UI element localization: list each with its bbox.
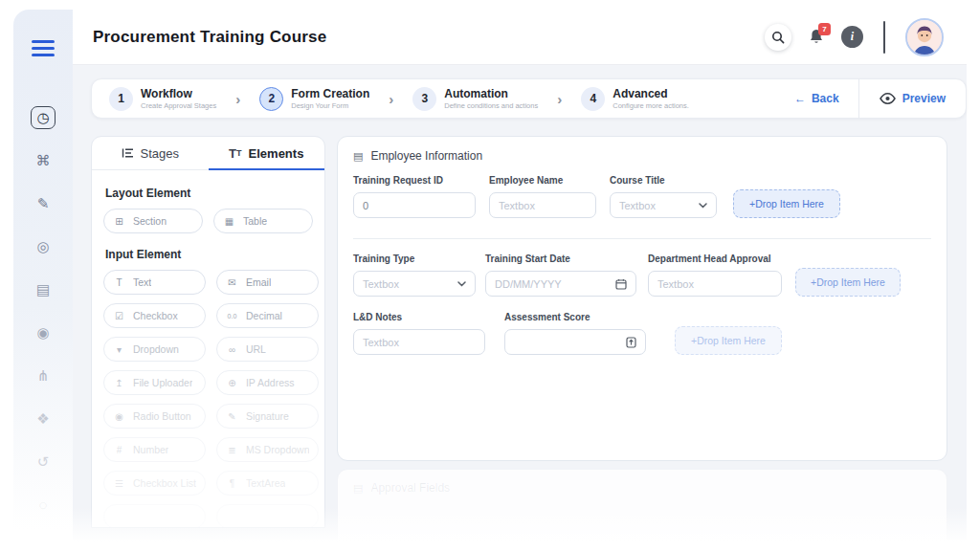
file-upload-icon[interactable] bbox=[626, 337, 636, 348]
avatar-illustration bbox=[907, 20, 942, 55]
section-icon: ⊞ bbox=[113, 216, 125, 227]
field-training-request-id: Training Request ID bbox=[353, 175, 476, 218]
textarea-icon: ¶ bbox=[226, 478, 238, 489]
ld-notes-input[interactable] bbox=[363, 337, 476, 348]
user-settings-icon[interactable]: ◉ bbox=[31, 321, 56, 344]
section-title: Employee Information bbox=[370, 149, 482, 163]
user-avatar[interactable] bbox=[905, 18, 944, 56]
element-ip-address[interactable]: ⊕ IP Address bbox=[216, 370, 320, 395]
field-label: Course Title bbox=[610, 175, 717, 186]
drop-zone-2[interactable]: +Drop Item Here bbox=[795, 268, 901, 297]
dashboard-monitor-icon[interactable]: ◷ bbox=[31, 106, 56, 129]
layout-element-grid: ⊞ Section ▦ Table bbox=[103, 209, 313, 233]
element-checkbox[interactable]: ☑ Checkbox bbox=[103, 303, 206, 328]
workflow-stepper: 1 Workflow Create Approval Stages › 2 Fo… bbox=[91, 78, 967, 119]
text-elements-icon: TT bbox=[229, 146, 241, 161]
text-icon: T bbox=[113, 277, 125, 288]
training-start-date-input[interactable] bbox=[495, 278, 610, 290]
step-subtitle: Configure more actions. bbox=[612, 101, 689, 111]
section-grid-icon: ▤ bbox=[353, 150, 363, 163]
back-arrow-icon: ← bbox=[794, 92, 806, 105]
tab-stages[interactable]: Stages bbox=[92, 137, 209, 169]
panel-body: Layout Element ⊞ Section ▦ Table Input E… bbox=[92, 170, 324, 528]
step-form-creation[interactable]: 2 Form Creation Design Your Form bbox=[259, 87, 369, 111]
field-assessment-score: Assessment Score bbox=[504, 312, 646, 355]
training-type-select[interactable]: Textbox bbox=[353, 271, 476, 297]
element-radio-button[interactable]: ◉ Radio Button bbox=[103, 404, 206, 429]
checkbox-list-icon: ☰ bbox=[113, 478, 125, 489]
link-icon: ∞ bbox=[226, 344, 238, 355]
history-icon[interactable]: ↺ bbox=[31, 451, 56, 474]
chevron-right-icon: › bbox=[389, 91, 393, 107]
stepper-steps: 1 Workflow Create Approval Stages › 2 Fo… bbox=[92, 87, 789, 111]
layout-element-heading: Layout Element bbox=[105, 187, 313, 200]
back-button[interactable]: ← Back bbox=[789, 92, 858, 105]
element-hidden[interactable] bbox=[216, 504, 320, 528]
form-row-1: Training Request ID Employee Name Course… bbox=[353, 175, 931, 218]
search-icon bbox=[771, 31, 785, 44]
step-advanced[interactable]: 4 Advanced Configure more actions. bbox=[581, 87, 689, 111]
archive-icon[interactable]: ◌ bbox=[31, 494, 56, 517]
element-dropdown[interactable]: ▾ Dropdown bbox=[103, 337, 206, 362]
step-number: 4 bbox=[581, 87, 605, 111]
decimal-icon: 0.0 bbox=[226, 313, 238, 320]
field-employee-name: Employee Name bbox=[489, 175, 596, 218]
step-number: 3 bbox=[412, 87, 436, 111]
info-button[interactable]: i bbox=[841, 26, 863, 48]
step-subtitle: Create Approval Stages bbox=[141, 101, 216, 111]
field-course-title: Course Title Textbox bbox=[610, 175, 717, 218]
share-nodes-icon[interactable]: ⋔ bbox=[31, 364, 56, 387]
element-text[interactable]: T Text bbox=[103, 270, 206, 295]
calendar-icon[interactable] bbox=[615, 278, 627, 290]
element-section[interactable]: ⊞ Section bbox=[103, 209, 203, 233]
course-title-select[interactable]: Textbox bbox=[610, 192, 717, 218]
element-url[interactable]: ∞ URL bbox=[216, 337, 320, 362]
element-textarea[interactable]: ¶ TextArea bbox=[216, 471, 320, 496]
element-signature[interactable]: ✎ Signature bbox=[216, 404, 320, 429]
element-decimal[interactable]: 0.0 Decimal bbox=[216, 303, 320, 328]
employee-name-input[interactable] bbox=[499, 200, 587, 211]
element-hidden[interactable] bbox=[103, 504, 206, 528]
field-label: Training Request ID bbox=[353, 175, 476, 186]
row-divider bbox=[353, 238, 931, 239]
field-department-head-approval: Department Head Approval bbox=[648, 253, 782, 297]
workflow-nodes-icon[interactable]: ⌘ bbox=[31, 149, 56, 172]
radio-button-icon: ◉ bbox=[113, 411, 125, 422]
assessment-score-input[interactable] bbox=[514, 337, 620, 348]
field-label: L&D Notes bbox=[353, 312, 485, 322]
file-upload-icon: ↥ bbox=[113, 378, 125, 388]
tab-elements[interactable]: TT Elements bbox=[209, 137, 325, 169]
ai-settings-icon[interactable]: ◎ bbox=[31, 235, 56, 258]
drop-zone-1[interactable]: +Drop Item Here bbox=[733, 189, 840, 218]
field-label: Training Start Date bbox=[485, 253, 636, 264]
step-workflow[interactable]: 1 Workflow Create Approval Stages bbox=[109, 87, 216, 111]
step-subtitle: Define conditions and actions bbox=[444, 101, 538, 111]
chevron-right-icon: › bbox=[557, 91, 562, 107]
element-file-uploader[interactable]: ↥ File Uploader bbox=[103, 370, 206, 395]
hamburger-menu-icon[interactable] bbox=[32, 36, 55, 60]
preview-button[interactable]: Preview bbox=[859, 92, 966, 105]
gears-icon[interactable]: ❖ bbox=[31, 408, 56, 430]
element-number[interactable]: # Number bbox=[103, 437, 206, 462]
notifications-button[interactable]: 7 bbox=[808, 28, 825, 46]
app-window: ◷ ⌘ ✎ ◎ ▤ ◉ ⋔ ❖ ↺ ◌ ◬ Procurement Traini… bbox=[0, 0, 980, 551]
element-table[interactable]: ▦ Table bbox=[213, 209, 313, 233]
report-icon[interactable]: ▤ bbox=[31, 278, 56, 301]
element-ms-dropdown[interactable]: ≣ MS Dropdown bbox=[216, 437, 320, 462]
chevron-right-icon: › bbox=[235, 91, 240, 107]
department-head-approval-input[interactable] bbox=[657, 278, 772, 290]
search-button[interactable] bbox=[765, 24, 791, 51]
multiselect-dropdown-icon: ≣ bbox=[226, 445, 238, 455]
form-edit-icon[interactable]: ✎ bbox=[31, 192, 56, 215]
training-request-id-input[interactable] bbox=[363, 200, 466, 211]
step-automation[interactable]: 3 Automation Define conditions and actio… bbox=[412, 87, 538, 111]
header-divider bbox=[883, 21, 885, 54]
step-number: 1 bbox=[109, 87, 133, 111]
top-header: Procurement Training Course 7 i bbox=[73, 10, 967, 65]
drop-zone-3[interactable]: +Drop Item Here bbox=[675, 326, 782, 355]
element-checkbox-list[interactable]: ☰ Checkbox List bbox=[103, 471, 206, 496]
builder-side-panel: Stages TT Elements Layout Element ⊞ Sect… bbox=[91, 136, 325, 528]
element-email[interactable]: ✉ Email bbox=[216, 270, 320, 295]
org-icon[interactable]: ◬ bbox=[31, 537, 56, 551]
section-header: ▤ Employee Information bbox=[353, 149, 931, 163]
